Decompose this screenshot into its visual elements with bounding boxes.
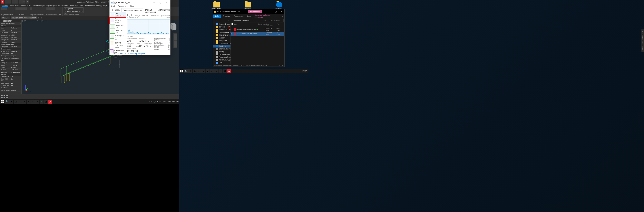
explorer-taskbar-icon[interactable]: 🗂 bbox=[14, 100, 18, 104]
tree-item[interactable]: Google Диск📌 bbox=[213, 31, 230, 34]
layer-manager-sidebar[interactable]: ДИСПЕТЧЕР СЛОЕВ СВОБ bbox=[642, 30, 644, 52]
ribbon-tab[interactable]: Управление bbox=[85, 5, 95, 7]
tab-processes[interactable]: Процессы bbox=[110, 8, 122, 12]
management-tools-tab[interactable]: Управление bbox=[248, 10, 262, 13]
cpu-usage-graph[interactable] bbox=[127, 19, 170, 35]
start-tab[interactable]: Начало bbox=[1, 17, 10, 19]
view-dropdown[interactable]: ◫ Несохраненный вид ▾ bbox=[64, 10, 84, 13]
search-icon[interactable]: 🔍 bbox=[184, 69, 188, 73]
whatsapp-taskbar-icon[interactable]: ● bbox=[214, 69, 218, 73]
tree-item[interactable]: программы bbox=[213, 39, 230, 42]
tree-item[interactable]: Быстрый доступ bbox=[213, 23, 230, 26]
orbit-icon[interactable] bbox=[174, 44, 177, 48]
ribbon-picture-tools[interactable]: Средства работы с рисунками bbox=[252, 14, 280, 19]
select-all-checkbox[interactable] bbox=[232, 23, 233, 25]
property-row[interactable]: Стиль печ...ПоЦвету bbox=[0, 50, 21, 52]
props-section[interactable]: Разное bbox=[0, 73, 21, 76]
refresh-button[interactable]: ⟳ bbox=[264, 19, 267, 22]
language-indicator[interactable]: РУС bbox=[157, 101, 161, 103]
property-row[interactable]: Пространс...Модель bbox=[0, 55, 21, 57]
opera-taskbar-icon[interactable]: ● bbox=[22, 100, 26, 104]
app-btn[interactable]: ▫ bbox=[217, 11, 218, 13]
telegram-taskbar-icon[interactable]: ● bbox=[31, 100, 35, 104]
property-row[interactable]: Вес линийПоСлою bbox=[0, 36, 21, 39]
qat-redo-icon[interactable]: ↷ bbox=[26, 1, 29, 4]
tree-item[interactable]: Документы📌 bbox=[213, 28, 230, 31]
property-row[interactable]: Ширина277299.5158 bbox=[0, 71, 21, 73]
photo-taskbar-icon[interactable]: 🖼 bbox=[44, 100, 48, 104]
firefox-taskbar-icon[interactable]: ● bbox=[27, 100, 30, 104]
perf-sidebar-item[interactable]: Диск 2 (E: F: G:)0% bbox=[110, 34, 126, 41]
firefox-taskbar-icon[interactable]: ● bbox=[206, 69, 210, 73]
file-row[interactable]: Aмангал 2800+700x470x1880.bak●15.04.2021… bbox=[231, 27, 284, 32]
close-button[interactable]: ✕ bbox=[278, 10, 284, 14]
property-row[interactable]: Тип стилей...Недоступно bbox=[0, 57, 21, 60]
property-row[interactable]: Слой0 bbox=[0, 29, 21, 32]
up-button[interactable]: ↑ bbox=[226, 19, 230, 22]
close-icon[interactable]: × bbox=[1, 20, 2, 22]
visual-style-dropdown[interactable]: ◫ Каркас ▾ bbox=[64, 8, 84, 10]
row-checkbox[interactable] bbox=[231, 33, 232, 35]
ribbon-tab[interactable]: Поверхность bbox=[15, 5, 26, 7]
presspull-icon[interactable]: ▫ bbox=[18, 8, 21, 10]
property-row[interactable]: Имя ПСК bbox=[0, 87, 21, 89]
maximize-button[interactable]: ▢ bbox=[157, 1, 163, 4]
selection-dropdown[interactable]: Ничего не выбрано▾ bbox=[0, 22, 21, 25]
property-row[interactable]: Толщина0.0000 bbox=[0, 41, 21, 43]
qat-print-icon[interactable]: ▫ bbox=[19, 1, 22, 4]
file-tab[interactable]: мангал 2800+700x470x1880* bbox=[11, 17, 38, 19]
ribbon-tab[interactable]: Главная bbox=[2, 4, 8, 7]
menu-view[interactable]: Вид bbox=[130, 5, 134, 7]
autocad-taskbar-icon[interactable]: A bbox=[48, 100, 52, 104]
chrome-taskbar-icon[interactable]: ● bbox=[197, 69, 201, 73]
tray-icon[interactable]: ● bbox=[152, 101, 154, 103]
coords-icon[interactable]: ▫ bbox=[50, 8, 52, 10]
tree-item[interactable]: ДЛЯ ТРЕНАЖЕРОВ bbox=[213, 34, 230, 37]
tree-item[interactable]: Этот компьютер bbox=[213, 48, 230, 50]
clock-right[interactable]: 10:37 bbox=[301, 69, 308, 73]
property-row[interactable]: Тип линийПоСлою bbox=[0, 32, 21, 34]
menu-file[interactable]: Файл bbox=[111, 5, 116, 7]
search-icon[interactable]: 🔍 bbox=[5, 100, 9, 104]
ribbon-tab[interactable]: Параметризация bbox=[46, 5, 60, 7]
start-button[interactable] bbox=[180, 69, 184, 73]
open-resmon-link[interactable]: ◉ Открыть монитор ресурсов bbox=[121, 53, 146, 55]
qat-saveas-icon[interactable]: ▫ bbox=[15, 1, 18, 4]
property-row[interactable]: Масштаб т...1.0000 bbox=[0, 34, 21, 36]
file-row[interactable]: Aмангал 2800+700x470x1880.dwg●15.04.2021… bbox=[231, 32, 284, 36]
coords-icon[interactable]: ▫ bbox=[52, 8, 55, 10]
perf-sidebar-item[interactable]: Диск 0 (D:)0% bbox=[110, 24, 126, 29]
coords-icon[interactable]: ▫ bbox=[46, 8, 49, 10]
qat-save-icon[interactable]: ▫ bbox=[12, 1, 15, 4]
perf-sidebar-item[interactable]: Диск 1 (C:)0% bbox=[110, 29, 126, 34]
chrome-taskbar-icon[interactable]: ● bbox=[18, 100, 22, 104]
autocad-taskbar-icon[interactable]: A bbox=[227, 69, 231, 73]
column-state[interactable]: Состояние bbox=[257, 23, 265, 27]
close-button[interactable]: ✕ bbox=[163, 1, 169, 4]
ribbon-tab[interactable]: Вывод bbox=[96, 5, 102, 7]
property-row[interactable]: Центр Y794.8342 bbox=[0, 64, 21, 66]
excel-taskbar-icon[interactable]: X bbox=[40, 100, 44, 104]
steering-wheel-icon[interactable] bbox=[174, 34, 177, 37]
tree-item[interactable]: Мангал bbox=[213, 37, 230, 39]
notifications-icon[interactable]: 💬 bbox=[176, 101, 178, 103]
ribbon-share[interactable]: Поделиться bbox=[232, 15, 245, 18]
address-bar[interactable]: Единичные› Мангал bbox=[231, 19, 263, 22]
props-section[interactable]: Вид bbox=[0, 60, 21, 62]
property-row[interactable]: Центр X5011.9966 bbox=[0, 62, 21, 64]
tree-item[interactable]: OneDrive bbox=[213, 45, 230, 48]
property-row[interactable]: Знак ПСК ВклДа bbox=[0, 78, 21, 82]
property-row[interactable]: Центр Z0.0000 bbox=[0, 66, 21, 69]
box-icon[interactable]: ▫ bbox=[1, 8, 4, 10]
perf-sidebar-item[interactable]: EthernetEthernetО: 24,0 П: 0 кбит/с bbox=[110, 41, 126, 49]
task-view-icon[interactable]: ⊞ bbox=[188, 69, 192, 73]
tree-item[interactable]: складная 750x1350 bbox=[213, 42, 230, 45]
tree-item[interactable]: HDD (D:) bbox=[213, 50, 230, 53]
new-tab-icon[interactable]: + bbox=[41, 17, 42, 19]
minimize-button[interactable]: — bbox=[152, 1, 157, 4]
props-section[interactable]: Стиль печати bbox=[0, 48, 21, 50]
property-row[interactable]: Масштаб а...1:1 bbox=[0, 76, 21, 78]
photo-taskbar-icon[interactable]: 🖼 bbox=[223, 69, 227, 73]
autocad-logo[interactable]: A bbox=[1, 1, 4, 4]
ribbon-tab[interactable]: Вставка bbox=[62, 5, 68, 7]
